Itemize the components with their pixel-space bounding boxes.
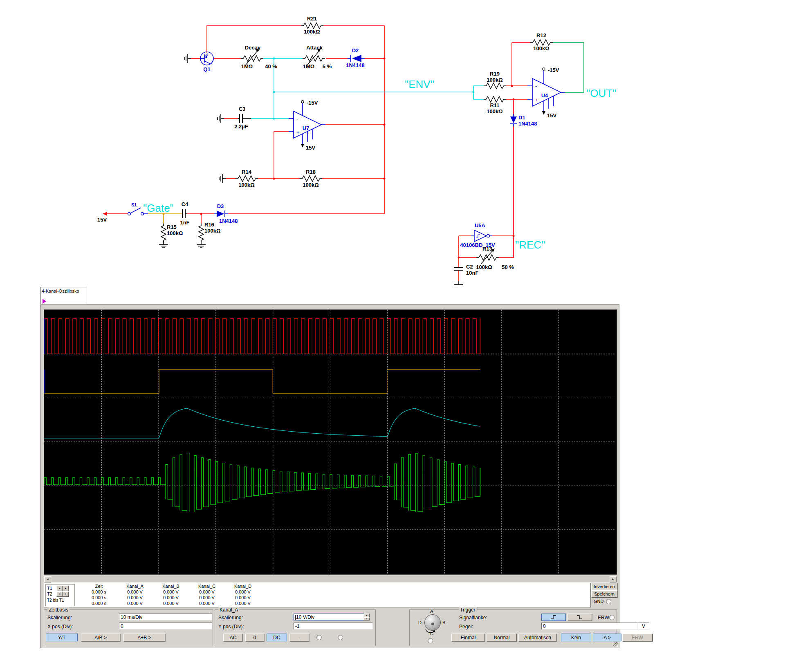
svg-text:40 %: 40 % [265,63,277,69]
trigger-erw-radio[interactable] [609,615,615,620]
scrollbar-right-icon[interactable]: ► [610,576,617,582]
trigger-title: Trigger [459,607,477,613]
cursor-box: T1 ◄ ► T2 ◄ ► T2 bis T1 [45,584,75,606]
trigger-automatisch-button[interactable]: Automatisch [518,634,557,641]
svg-text:+: + [535,97,538,103]
timebase-scale-label: Skalierung: [47,615,72,620]
svg-text:100kΩ: 100kΩ [167,230,183,236]
svg-text:U4: U4 [541,92,548,99]
rising-edge-icon [550,615,557,620]
transistor-q1[interactable]: Q1 [200,52,213,72]
trigger-normal-button[interactable]: Normal [487,634,517,641]
falling-edge-button[interactable] [567,614,592,621]
trigger-unit-box[interactable]: V [638,623,649,629]
schmitt-inverter-u5a[interactable]: U5A 40106BD_15V [460,222,495,248]
capacitor-c2[interactable]: C2 10nF [454,264,478,276]
svg-text:D3: D3 [217,203,224,209]
timebase-xpos-label: X pos.(Div): [47,624,73,629]
trigger-edge-label: Signalflanke: [459,615,487,620]
channel-scale-spinner[interactable]: ▲ ▼ [364,614,370,620]
svg-text:R16: R16 [204,222,214,228]
resistor-r18[interactable]: R18 100kΩ [300,169,322,188]
potentiometer-r13[interactable]: R13 100kΩ 50 % [476,246,514,270]
t2-next-button[interactable]: ► [63,591,69,597]
save-button[interactable]: Speichern [591,590,617,598]
channel-radio-2[interactable] [338,635,343,640]
svg-text:100kΩ: 100kΩ [533,45,549,52]
q1-ref: Q1 [203,66,210,72]
capacitor-c4[interactable]: C4 1nF [180,201,189,226]
opamp-u4[interactable]: - + U4 -15V 15V [532,67,561,119]
switch-s1[interactable]: S1 [128,202,144,215]
gnd-label: GND [594,599,603,604]
coupling-dc-button[interactable]: DC [267,634,287,641]
invert-button[interactable]: Invertieren [591,583,617,590]
potentiometer-decay[interactable]: Decay 1MΩ 40 % [241,45,277,69]
t2-kanal-b: 0.000 V [154,595,188,600]
gnd-radio[interactable] [606,599,611,604]
resistor-r16[interactable]: R16 100kΩ [199,222,220,242]
t1-kanal-c: 0.000 V [190,589,224,594]
t1-prev-button[interactable]: ◄ [56,586,63,591]
coupling-minus-button[interactable]: - [289,634,309,641]
timebase-scale-field[interactable]: 10 ms/Div [119,614,212,620]
col-header-kanal-c: Kanal_C [190,584,224,589]
a-plus-b-mode-button[interactable]: A+B > [123,634,165,641]
scrollbar-left-icon[interactable]: ◄ [44,576,51,582]
resistor-r19[interactable]: R19 100kΩ [484,71,506,89]
trigger-erw-button[interactable]: ERW [622,634,653,641]
svg-text:D1: D1 [518,114,525,121]
resistor-r11[interactable]: R11 100kΩ [484,96,506,114]
timebase-xpos-field[interactable]: 0 [119,623,212,629]
diode-d2[interactable]: D2 1N4148 [346,47,365,68]
svg-text:C3: C3 [239,106,246,112]
u7-neg-supply: -15V [307,100,318,106]
window-resize-grip[interactable] [613,642,618,647]
rising-edge-button[interactable] [541,614,566,621]
svg-text:-: - [296,116,298,122]
svg-text:-: - [535,83,537,89]
trigger-group: Trigger Signalflanke: ERW Pegel: 0 V Ein… [409,609,617,646]
svg-text:10nF: 10nF [466,270,478,276]
opamp-u7[interactable]: - + U7 -15V 15V [294,100,321,151]
cyan-wires [251,58,484,119]
potentiometer-attack[interactable]: Attack 1MΩ 5 % [303,45,332,69]
capacitor-c3[interactable]: C3 2.2µF [234,106,251,130]
resistor-r21[interactable]: R21 100kΩ [301,16,323,35]
trigger-level-field[interactable]: 0 [541,623,638,629]
svg-text:1N4148: 1N4148 [518,121,537,127]
coupling-0-button[interactable]: 0 [245,634,264,641]
diode-d1[interactable]: D1 1N4148 [510,114,537,127]
resistor-r15[interactable]: R15 100kΩ [161,224,183,242]
spinner-up-icon[interactable]: ▲ [364,614,370,617]
trigger-a-button[interactable]: A > [593,634,621,641]
ab-mode-button[interactable]: A/B > [81,634,120,641]
delta-kanal-a: 0.000 V [118,601,152,606]
circuit-schematic: Q1 R21 100kΩ Decay 1MΩ 40 % Attack 1MΩ 5… [0,0,785,286]
t1-kanal-b: 0.000 V [154,589,188,594]
svg-text:R21: R21 [307,16,317,22]
channel-radio-1[interactable] [316,635,322,640]
svg-text:1MΩ: 1MΩ [303,63,314,69]
scope-scrollbar[interactable]: ◄ ► [44,576,617,583]
channel-ypos-label: Y pos.(Div): [218,624,244,629]
svg-text:Attack: Attack [306,45,323,51]
channel-scale-field[interactable]: 10 V/Div [294,614,366,620]
coupling-ac-button[interactable]: AC [223,634,243,641]
cursor-delta-label: T2 bis T1 [47,598,64,603]
oscilloscope-window-title[interactable]: 4-Kanal-Oszillosko [40,287,87,304]
delta-kanal-c: 0.000 V [190,601,224,606]
svg-text:15V: 15V [97,217,107,223]
probe-flag-icon [43,299,46,304]
spinner-down-icon[interactable]: ▼ [364,617,370,621]
channel-ypos-field[interactable]: -1 [294,623,373,629]
svg-text:100kΩ: 100kΩ [476,264,492,270]
trigger-einmal-button[interactable]: Einmal [451,634,485,641]
t2-prev-button[interactable]: ◄ [56,591,63,597]
t1-next-button[interactable]: ► [63,586,69,591]
trigger-kein-button[interactable]: Kein [561,634,591,641]
resistor-r14[interactable]: R14 100kΩ [236,169,258,188]
svg-text:R15: R15 [167,224,177,230]
yt-mode-button[interactable]: Y/T [46,634,78,641]
resistor-r12[interactable]: R12 100kΩ [530,32,553,52]
